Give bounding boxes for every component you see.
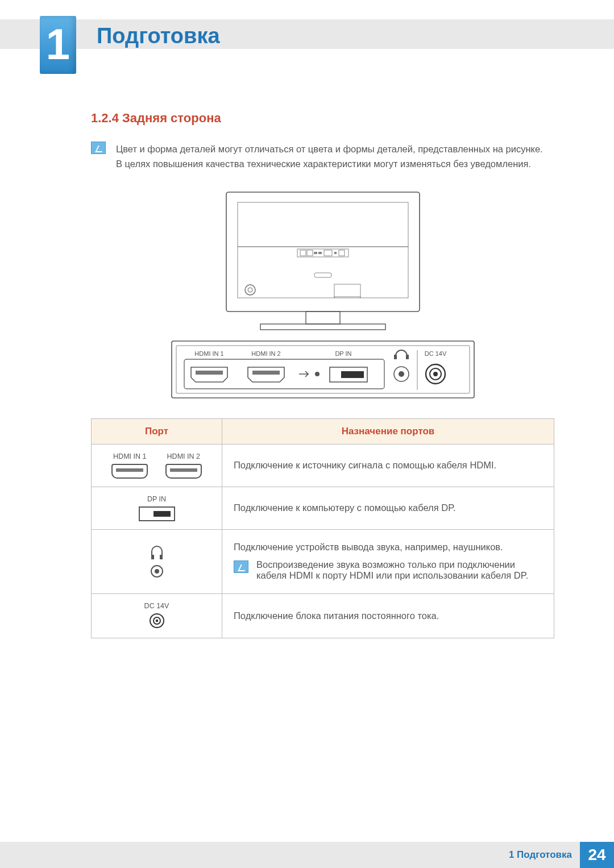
svg-rect-28 (406, 355, 409, 359)
svg-rect-8 (324, 250, 332, 256)
svg-point-34 (433, 372, 438, 376)
audio-jack-icon (151, 565, 163, 578)
svg-rect-4 (300, 250, 306, 256)
table-row: DC 14V Подключение блока питания постоян… (92, 593, 554, 638)
panel-label-dpin: DP IN (335, 350, 351, 357)
table-header-port: Порт (92, 418, 222, 444)
hdmi-desc: Подключение к источнику сигнала с помощь… (222, 444, 554, 487)
header-bar (0, 19, 614, 49)
svg-point-24 (315, 372, 320, 376)
table-row: Подключение устройств вывода звука, напр… (92, 529, 554, 593)
port-cell-hdmi: HDMI IN 1 HDMI IN 2 (92, 444, 222, 487)
panel-label-hdmi2: HDMI IN 2 (251, 350, 280, 357)
svg-point-15 (245, 285, 255, 295)
intro-note-line2: В целях повышения качества технические х… (116, 156, 543, 171)
section-heading: 1.2.4 Задняя сторона (91, 111, 554, 126)
svg-rect-23 (252, 371, 280, 375)
svg-rect-6 (314, 252, 317, 254)
panel-label-hdmi1: HDMI IN 1 (194, 350, 223, 357)
svg-rect-5 (307, 250, 313, 256)
table-row: HDMI IN 1 HDMI IN 2 Подключение к источн… (92, 444, 554, 487)
ports-table: Порт Назначение портов HDMI IN 1 HDMI IN… (91, 418, 554, 638)
page-footer: 1 Подготовка 24 (0, 842, 614, 868)
hdmi-port-icon (111, 464, 148, 479)
svg-rect-12 (334, 284, 360, 297)
svg-rect-18 (260, 324, 385, 330)
svg-rect-26 (341, 371, 364, 378)
intro-note: Цвет и форма деталей могут отличаться от… (91, 142, 554, 172)
hdmi-port-icon (165, 464, 202, 479)
hdmi-in-1-label: HDMI IN 1 (113, 452, 146, 460)
dc-14v-label: DC 14V (103, 602, 210, 610)
port-cell-audio (92, 529, 222, 593)
svg-rect-1 (238, 202, 408, 247)
audio-desc: Подключение устройств вывода звука, напр… (234, 542, 542, 553)
dp-desc: Подключение к компьютеру с помощью кабел… (222, 487, 554, 529)
hdmi-in-2-label: HDMI IN 2 (167, 452, 200, 460)
note-icon (234, 560, 248, 573)
svg-point-16 (248, 288, 252, 292)
page-content: 1.2.4 Задняя сторона Цвет и форма детале… (91, 111, 554, 638)
svg-rect-0 (226, 192, 420, 312)
svg-rect-2 (238, 247, 408, 298)
svg-rect-27 (394, 355, 397, 359)
chapter-title: Подготовка (97, 24, 220, 48)
audio-desc-cell: Подключение устройств вывода звука, напр… (222, 529, 554, 593)
rear-diagram: HDMI IN 1 HDMI IN 2 DP IN DC 14V (91, 188, 554, 401)
audio-note: Воспроизведение звука возможно только пр… (234, 559, 542, 581)
svg-rect-7 (318, 252, 322, 254)
note-icon (91, 142, 106, 154)
footer-chapter-label: 1 Подготовка (509, 849, 572, 861)
intro-note-text: Цвет и форма деталей могут отличаться от… (116, 142, 543, 172)
svg-rect-10 (339, 250, 345, 256)
svg-rect-9 (334, 252, 337, 254)
intro-note-line1: Цвет и форма деталей могут отличаться от… (116, 142, 543, 156)
svg-rect-17 (306, 312, 340, 324)
svg-rect-19 (172, 341, 474, 398)
footer-page-number: 24 (580, 842, 614, 868)
svg-rect-22 (196, 371, 223, 375)
svg-rect-11 (314, 273, 331, 277)
monitor-illustration (221, 188, 425, 341)
panel-label-dc14v: DC 14V (424, 350, 446, 357)
dp-in-label: DP IN (103, 495, 210, 503)
svg-point-30 (399, 371, 404, 377)
port-cell-dp: DP IN (92, 487, 222, 529)
dc-desc: Подключение блока питания постоянного то… (222, 593, 554, 638)
chapter-number-badge: 1 (40, 16, 76, 74)
port-cell-dc: DC 14V (92, 593, 222, 638)
table-row: DP IN Подключение к компьютеру с помощью… (92, 487, 554, 529)
ports-panel-illustration: HDMI IN 1 HDMI IN 2 DP IN DC 14V (169, 339, 476, 401)
audio-note-text: Воспроизведение звука возможно только пр… (256, 559, 542, 581)
dp-port-icon (139, 506, 175, 521)
table-header-desc: Назначение портов (222, 418, 554, 444)
dc-power-icon (150, 613, 164, 628)
headphones-icon (151, 546, 163, 557)
